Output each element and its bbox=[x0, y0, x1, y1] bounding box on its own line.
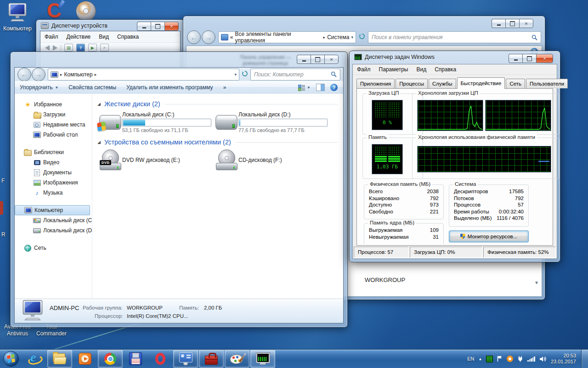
taskbar-app-paint[interactable] bbox=[225, 350, 249, 368]
network-signal-icon[interactable] bbox=[527, 356, 535, 362]
language-indicator[interactable]: EN bbox=[467, 356, 474, 362]
back-button[interactable]: ← bbox=[187, 30, 201, 44]
minimize-button[interactable] bbox=[509, 54, 522, 63]
scroll-down-icon[interactable]: ▼ bbox=[534, 280, 539, 285]
breadcrumb-overflow[interactable]: « bbox=[230, 34, 233, 40]
maximize-button[interactable] bbox=[311, 55, 324, 64]
taskbar-app-internet-explorer[interactable]: e bbox=[23, 351, 46, 367]
minimize-button[interactable] bbox=[297, 55, 311, 64]
sidebar-item-компьютер[interactable]: Компьютер bbox=[15, 205, 90, 215]
collapse-group-icon[interactable]: ◢ bbox=[97, 102, 101, 106]
properties-icon[interactable]: ▶ bbox=[88, 44, 97, 52]
tab-быстродействие[interactable]: Быстродействие bbox=[457, 77, 505, 89]
maximize-button[interactable] bbox=[522, 54, 536, 63]
console-icon[interactable]: ▤ bbox=[64, 44, 73, 52]
tab-сеть[interactable]: Сеть bbox=[506, 79, 525, 88]
address-field[interactable]: ▸ Компьютер ▸ ▾ bbox=[48, 69, 239, 80]
close-button[interactable]: × bbox=[324, 55, 339, 64]
sidebar-item-музыка[interactable]: ♪Музыка bbox=[15, 188, 92, 198]
address-dropdown-icon[interactable]: ▾ bbox=[234, 72, 237, 77]
back-icon[interactable] bbox=[45, 45, 50, 51]
group-header-устройства-со-съемными-носителями-2[interactable]: ◢Устройства со съемными носителями (2) bbox=[97, 138, 338, 146]
address-field[interactable]: « Все элементы панели управления ▸ Систе… bbox=[218, 31, 356, 43]
organize-button[interactable]: Упорядочить▼ bbox=[15, 81, 63, 94]
action-center-flag-icon[interactable] bbox=[497, 356, 503, 362]
minimize-button[interactable] bbox=[492, 19, 505, 28]
taskbar-app-task-manager[interactable] bbox=[250, 350, 275, 368]
uninstall-program-button[interactable]: Удалить или изменить программу bbox=[121, 81, 218, 94]
safely-remove-icon[interactable] bbox=[517, 356, 523, 362]
help-icon[interactable]: ? bbox=[330, 84, 338, 91]
close-button[interactable]: × bbox=[164, 22, 179, 31]
taskbar-app-media-player[interactable] bbox=[73, 351, 97, 367]
taskbar-app-chrome[interactable] bbox=[98, 350, 123, 368]
volume-icon[interactable] bbox=[539, 356, 547, 362]
task-manager-menu-вид[interactable]: Вид bbox=[412, 66, 430, 73]
taskbar-app-explorer[interactable] bbox=[47, 350, 72, 368]
tab-процессы[interactable]: Процессы bbox=[396, 79, 428, 88]
show-desktop-button[interactable] bbox=[581, 350, 588, 368]
group-header-жесткие-диски-2[interactable]: ◢Жесткие диски (2) bbox=[97, 100, 338, 108]
sidebar-item-документы[interactable]: Документы bbox=[15, 167, 92, 178]
desktop-icon-disc[interactable] bbox=[74, 1, 97, 21]
close-button[interactable]: × bbox=[536, 54, 553, 63]
minimize-button[interactable] bbox=[137, 22, 151, 31]
taskbar-app-toolbox[interactable] bbox=[199, 350, 224, 368]
file-item-локальный-диск-c[interactable]: Локальный диск (C:)53,1 ГБ свободно из 7… bbox=[98, 111, 215, 133]
change-view-button[interactable]: ▼ bbox=[298, 84, 311, 91]
sidebar-item-видео[interactable]: Видео bbox=[15, 157, 92, 167]
breadcrumb-control-panel[interactable]: Все элементы панели управления bbox=[235, 31, 321, 44]
forward-button[interactable]: → bbox=[202, 30, 215, 44]
forward-button[interactable]: → bbox=[32, 68, 45, 81]
file-item-dvd-rw-дисковод-e[interactable]: DVDDVD RW дисковод (E:) bbox=[98, 150, 215, 171]
explorer-search-input[interactable]: Поиск: Компьютер bbox=[250, 69, 340, 80]
sidebar-item-рабочий-стол[interactable]: Рабочий стол bbox=[15, 130, 92, 140]
refresh-icon[interactable] bbox=[359, 33, 365, 41]
avast-icon[interactable] bbox=[507, 356, 513, 362]
file-item-локальный-диск-d[interactable]: Локальный диск (D:)77,6 ГБ свободно из 7… bbox=[215, 111, 331, 133]
task-manager-window[interactable]: Диспетчер задач Windows × ФайлПараметрыВ… bbox=[349, 51, 560, 262]
toolbar-overflow-button[interactable]: » bbox=[218, 81, 232, 94]
back-button[interactable]: ← bbox=[17, 68, 31, 81]
tab-пользователи[interactable]: Пользователи bbox=[526, 79, 568, 88]
desktop-icon-ccleaner[interactable]: C bbox=[44, 1, 67, 21]
device-manager-menu-справка[interactable]: Справка bbox=[113, 34, 143, 40]
explorer-window[interactable]: Панель управления — домашняя страница × … bbox=[10, 52, 348, 328]
maximize-button[interactable] bbox=[151, 22, 164, 31]
sidebar-item-локальный-диск-d[interactable]: Локальный диск (D bbox=[15, 225, 92, 236]
tab-приложения[interactable]: Приложения bbox=[356, 79, 395, 88]
sidebar-item-загрузки[interactable]: ↓Загрузки bbox=[15, 109, 92, 120]
taskbar-clock[interactable]: 20:53 23.01.2017 bbox=[551, 353, 576, 365]
start-button[interactable] bbox=[0, 350, 22, 368]
collapse-group-icon[interactable]: ◢ bbox=[97, 140, 101, 144]
sidebar-item-избранное[interactable]: ★Избранное bbox=[15, 99, 92, 109]
sidebar-item-библиотеки[interactable]: Библиотеки bbox=[15, 147, 92, 157]
sidebar-item-сеть[interactable]: Сеть bbox=[15, 243, 92, 253]
task-manager-menu-параметры[interactable]: Параметры bbox=[375, 66, 413, 73]
taskbar-app-floppy-tool[interactable] bbox=[124, 351, 147, 367]
file-item-cd-дисковод-f[interactable]: CD-дисковод (F:) bbox=[215, 150, 331, 171]
tab-службы[interactable]: Службы bbox=[429, 79, 456, 88]
device-manager-menu-вид[interactable]: Вид bbox=[95, 34, 113, 40]
taskbar-app-opera[interactable] bbox=[148, 351, 172, 367]
refresh-icon[interactable] bbox=[242, 70, 248, 79]
breadcrumb-computer[interactable]: Компьютер bbox=[64, 71, 93, 78]
device-manager-menu-файл[interactable]: Файл bbox=[40, 34, 62, 40]
maximize-button[interactable] bbox=[505, 19, 519, 28]
control-panel-search-input[interactable]: Поиск в панели управления bbox=[368, 31, 541, 43]
address-dropdown-icon[interactable]: ▾ bbox=[351, 35, 353, 40]
close-button[interactable]: × bbox=[519, 19, 533, 28]
task-manager-menu-справка[interactable]: Справка bbox=[430, 66, 460, 73]
task-manager-cpu-icon[interactable] bbox=[486, 356, 493, 362]
sidebar-item-локальный-диск-c[interactable]: Локальный диск (C bbox=[15, 215, 92, 225]
device-manager-menu-действие[interactable]: Действие bbox=[62, 34, 95, 40]
task-manager-menu-файл[interactable]: Файл bbox=[353, 66, 375, 73]
sidebar-item-изображения[interactable]: Изображения bbox=[15, 178, 92, 188]
resource-monitor-button[interactable]: Монитор ресурсов... bbox=[449, 230, 529, 242]
system-properties-button[interactable]: Свойства системы bbox=[63, 81, 121, 94]
forward-icon[interactable] bbox=[53, 45, 57, 51]
show-hidden-icons-icon[interactable]: ▲ bbox=[479, 357, 482, 361]
sidebar-item-недавние-места[interactable]: Недавние места bbox=[15, 120, 92, 130]
preview-pane-button[interactable] bbox=[316, 84, 325, 91]
taskbar-app-display-settings[interactable] bbox=[173, 350, 198, 368]
